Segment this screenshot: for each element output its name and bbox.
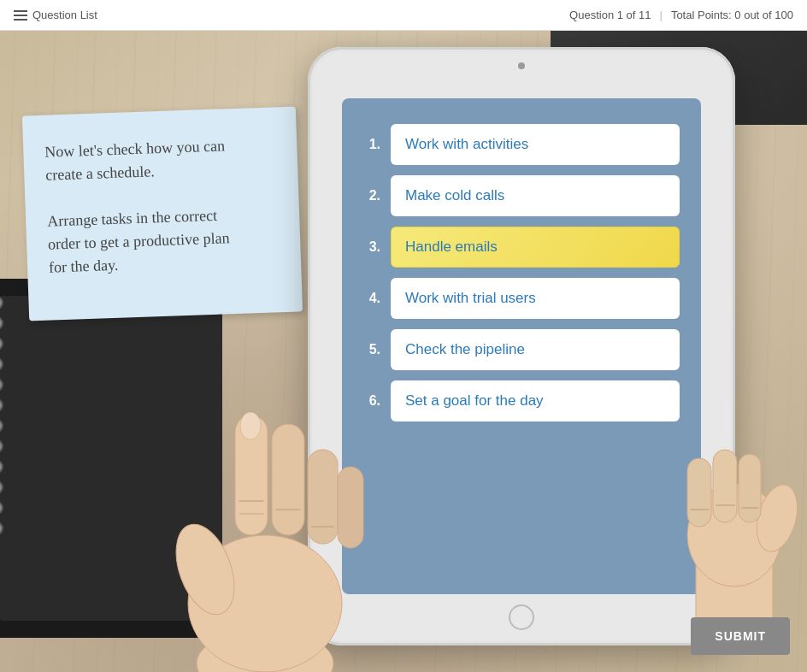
spiral-5 [0, 378, 3, 392]
task-item-4[interactable]: Work with trial users [391, 278, 680, 319]
sticky-note-text: Now let's check how you can create a sch… [44, 133, 280, 279]
sticky-note: Now let's check how you can create a sch… [22, 106, 303, 321]
question-list-button[interactable]: Question List [14, 9, 97, 21]
svg-point-11 [240, 412, 261, 439]
top-bar: Question List Question 1 of 11 | Total P… [0, 0, 807, 31]
task-item-2[interactable]: Make cold calls [391, 175, 680, 216]
spiral-2 [0, 316, 3, 330]
spiral-7 [0, 419, 3, 433]
spiral-1 [0, 296, 3, 309]
task-number-4: 4. [363, 291, 380, 306]
svg-rect-5 [338, 467, 363, 548]
task-item-3[interactable]: Handle emails [391, 227, 680, 268]
task-number-3: 3. [363, 239, 380, 255]
task-row-3[interactable]: 3. Handle emails [363, 227, 680, 268]
sticky-line-2: create a schedule. [45, 162, 155, 183]
task-number-1: 1. [363, 137, 380, 152]
hamburger-icon [14, 10, 27, 21]
spiral-4 [0, 357, 3, 371]
sticky-line-1: Now let's check how you can [44, 137, 225, 160]
task-row-2[interactable]: 2. Make cold calls [363, 175, 680, 216]
tablet-camera [518, 62, 525, 69]
svg-rect-15 [687, 458, 711, 527]
spiral-10 [0, 480, 3, 494]
spiral-11 [0, 501, 3, 515]
left-hand [111, 330, 436, 672]
svg-rect-16 [713, 450, 737, 522]
question-progress: Question 1 of 11 [569, 9, 651, 21]
svg-rect-4 [308, 450, 338, 544]
sticky-line-5: order to get a productive plan [48, 229, 230, 252]
sticky-line-6: for the day. [49, 256, 119, 276]
spiral-8 [0, 439, 3, 453]
sticky-line-4: Arrange tasks in the correct [47, 207, 217, 230]
divider: | [660, 9, 663, 21]
submit-button[interactable]: SUBMIT [691, 617, 790, 655]
task-item-1[interactable]: Work with activities [391, 124, 680, 165]
top-bar-info: Question 1 of 11 | Total Points: 0 out o… [569, 9, 793, 21]
spiral-12 [0, 522, 3, 535]
notebook-spirals [0, 296, 3, 535]
task-number-2: 2. [363, 188, 380, 203]
task-row-4[interactable]: 4. Work with trial users [363, 278, 680, 319]
svg-rect-3 [272, 424, 304, 535]
spiral-9 [0, 460, 3, 474]
question-list-label: Question List [32, 9, 97, 21]
task-row-1[interactable]: 1. Work with activities [363, 124, 680, 165]
tablet-home-button[interactable] [509, 604, 534, 630]
spiral-6 [0, 398, 3, 412]
spiral-3 [0, 337, 3, 351]
total-points: Total Points: 0 out of 100 [671, 9, 793, 21]
right-hand [670, 416, 798, 629]
svg-rect-17 [739, 454, 761, 522]
